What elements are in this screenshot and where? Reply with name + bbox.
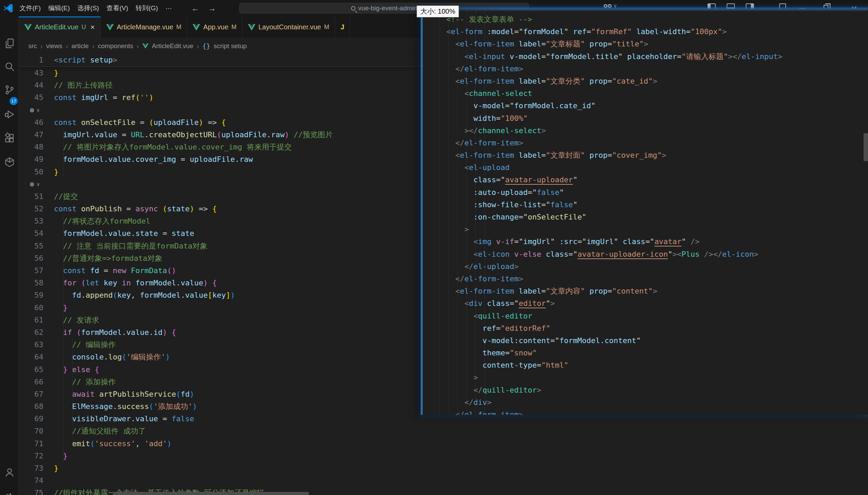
explorer-icon[interactable] (4, 38, 15, 49)
menu-bar: 文件(F) 编辑(E) 选择(S) 查看(V) 转到(G) ⋯ (16, 0, 176, 16)
vue-file-icon (106, 24, 114, 31)
code-line: </el-upload> (428, 260, 862, 273)
breadcrumb-item[interactable]: ArticleEdit.vue (152, 42, 193, 50)
code-line: width="100%" (428, 112, 862, 125)
copilot-inline-icon[interactable]: ⊛ (30, 178, 34, 190)
line-number: 45 (19, 91, 43, 104)
code-line: v-model="formModel.cate_id" (428, 100, 862, 112)
menu-selection[interactable]: 选择(S) (74, 2, 103, 14)
scm-count-badge: 17 (10, 97, 18, 105)
code-line: <el-form-item label="文章分类" prop="cate_id… (428, 75, 862, 87)
line-number: 71 (19, 438, 43, 450)
code-line: <el-form-item label="文章内容" prop="content… (428, 285, 862, 297)
account-icon[interactable] (4, 466, 15, 478)
js-file-icon: J (340, 23, 344, 31)
line-number: 65 (19, 364, 43, 376)
menu-goto[interactable]: 转到(G) (132, 2, 162, 14)
code-line: 74 (19, 475, 868, 487)
line-number: 49 (19, 153, 43, 166)
code-line: 73} (19, 462, 868, 475)
tab-articleedit[interactable]: ArticleEdit.vue U × (19, 16, 101, 38)
code-line: <!-- 发表文章表单 --> (428, 13, 862, 26)
line-number: 59 (19, 289, 43, 301)
code-line: > (428, 223, 862, 236)
git-status-badge: U (82, 24, 86, 31)
line-number: 58 (19, 277, 43, 289)
floating-code-window[interactable]: <!-- 发表文章表单 --> <el-form :model="formMod… (421, 9, 868, 415)
menu-more-icon[interactable]: ⋯ (162, 3, 176, 14)
tab-layoutcontainer[interactable]: LayoutContainer.vue M (242, 16, 335, 38)
tab-label: App.vue (203, 23, 228, 31)
vue-file-icon (142, 43, 149, 49)
chevron-down-icon[interactable]: ∨ (37, 104, 40, 116)
code-line: :auto-upload="false" (428, 186, 862, 199)
code-line: 72 } (19, 450, 868, 462)
breadcrumb-item[interactable]: components (98, 42, 134, 50)
code-line: </el-form-item> (428, 63, 862, 75)
settings-gear-icon[interactable] (4, 492, 15, 495)
breadcrumb-item[interactable]: article (71, 42, 89, 50)
breadcrumb-sep-icon: › (66, 42, 68, 50)
line-number: 54 (19, 227, 43, 240)
extensions-icon[interactable] (4, 132, 15, 144)
horizontal-scrollbar[interactable] (113, 492, 309, 495)
line-number: 69 (19, 413, 43, 425)
line-number: 70 (19, 425, 43, 437)
line-number: 47 (19, 129, 43, 141)
indent-guide (63, 215, 64, 462)
run-debug-icon[interactable] (4, 109, 15, 120)
code-line: class="avatar-uploader" (428, 174, 862, 186)
line-number: 68 (19, 400, 43, 413)
code-line: 70 //通知父组件 成功了 (19, 425, 868, 437)
source-control-icon[interactable] (4, 84, 15, 96)
code-line: <channel-select (428, 87, 862, 100)
tab-js-partial[interactable]: J (335, 16, 350, 38)
breadcrumb-sep-icon: › (92, 42, 95, 50)
breadcrumb-item[interactable]: src (28, 42, 37, 50)
git-status-badge: M (324, 24, 329, 31)
code-line: <el-icon v-else class="avatar-uploader-i… (428, 248, 862, 260)
line-number: 53 (19, 215, 43, 227)
code-line: </el-form-item> (428, 273, 862, 285)
code-line: <el-form :model="formModel" ref="formRef… (428, 26, 862, 38)
tab-articlemanage[interactable]: ArticleManage.vue M (101, 16, 187, 38)
line-number: 60 (19, 302, 43, 314)
line-number: 51 (19, 190, 43, 203)
forward-icon[interactable]: → (208, 4, 216, 13)
line-number: 61 (19, 314, 43, 326)
code-line: <el-input v-model="formModel.title" plac… (428, 51, 862, 63)
code-line: ref="editorRef" (428, 322, 862, 335)
breadcrumb-item[interactable]: script setup (214, 42, 247, 50)
close-icon[interactable]: × (90, 23, 95, 32)
code-line: content-type="html" (428, 359, 862, 371)
code-line: </el-form-item> (428, 409, 862, 415)
floating-window-code: <!-- 发表文章表单 --> <el-form :model="formMod… (428, 13, 862, 415)
activity-bar: 17 (0, 16, 19, 495)
line-number: 1 (19, 54, 43, 66)
vscode-logo-icon (3, 3, 14, 14)
code-line: <el-form-item label="文章封面" prop="cover_i… (428, 149, 862, 161)
code-line: :show-file-list="false" (428, 199, 862, 211)
size-tooltip: 大小: 100% (417, 5, 459, 17)
breadcrumb-sep-icon: › (40, 42, 43, 50)
line-number: 75 (19, 487, 43, 495)
line-number: 72 (19, 450, 43, 462)
menu-view[interactable]: 查看(V) (103, 2, 132, 14)
menu-file[interactable]: 文件(F) (16, 2, 44, 14)
tab-app[interactable]: App.vue M (187, 16, 242, 38)
chevron-down-icon[interactable]: ∨ (37, 178, 40, 190)
project-extension-icon[interactable] (4, 156, 15, 168)
vue-file-icon (248, 24, 255, 31)
line-number: 67 (19, 388, 43, 400)
menu-edit[interactable]: 编辑(E) (44, 2, 73, 14)
back-icon[interactable]: ← (191, 4, 199, 13)
vertical-scrollbar[interactable] (864, 133, 868, 161)
line-number: 64 (19, 351, 43, 363)
code-line: </quill-editor> (428, 384, 862, 396)
search-sidebar-icon[interactable] (4, 61, 15, 72)
breadcrumb-item[interactable]: views (46, 42, 62, 50)
copilot-inline-icon[interactable]: ⊛ (30, 104, 34, 116)
breadcrumb-sep-icon: › (137, 42, 139, 50)
code-line: <el-upload (428, 161, 862, 174)
code-line: <img v-if="imgUrl" :src="imgUrl" class="… (428, 236, 862, 248)
